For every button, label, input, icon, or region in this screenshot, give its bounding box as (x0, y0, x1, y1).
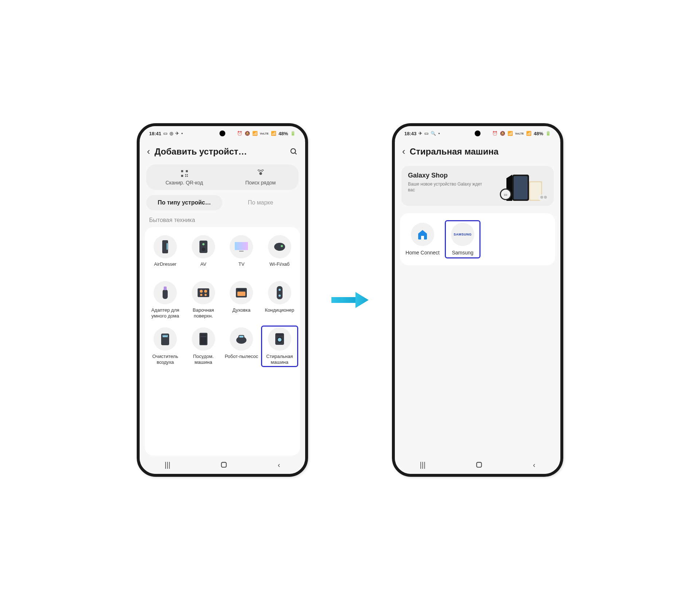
device-washing-machine[interactable]: Стиральная машина (261, 326, 298, 367)
tab-label: По марке (248, 199, 273, 206)
svg-point-61 (544, 196, 547, 199)
phone-left: 18:41 ▭ ◎ ✈ • ⏰ 🔕 📶 VoLTE 📶 48% 🔋 ‹ Доба… (137, 123, 308, 477)
device-wifi-hub[interactable]: Wi-Fi/хаб (261, 234, 298, 274)
svg-rect-39 (201, 334, 206, 336)
svg-rect-17 (239, 251, 244, 252)
svg-line-1 (295, 152, 297, 154)
oven-icon (235, 287, 248, 298)
device-label: Очиститель воздуха (148, 354, 183, 366)
purifier-icon (160, 332, 171, 346)
svg-point-23 (200, 290, 203, 293)
device-airdresser[interactable]: AirDresser (147, 234, 184, 274)
brand-list-card: Home Connect SAMSUNG Samsung (400, 213, 555, 265)
transition-arrow-icon (330, 289, 370, 311)
svg-rect-49 (331, 297, 357, 303)
device-cooktop[interactable]: Варочная поверхн. (185, 280, 222, 321)
quick-actions: Сканир. QR-код Поиск рядом (146, 164, 299, 190)
svg-rect-6 (187, 174, 188, 175)
device-av[interactable]: AV (185, 234, 222, 274)
alarm-icon: ⏰ (237, 131, 242, 136)
phone-right: 18:43 ✈ ▭ 🔍 • ⏰ 🔕 📶 VoLTE 📶 48% 🔋 ‹ Стир… (392, 123, 563, 477)
device-grid-card: AirDresser AV TV Wi-Fi/хаб Адаптер (145, 227, 300, 456)
nav-back-icon[interactable]: ‹ (278, 461, 280, 469)
hub-icon (273, 242, 286, 252)
signal-icon: 📶 (526, 131, 532, 136)
device-smart-adapter[interactable]: Адаптер для умного дома (147, 280, 184, 321)
status-time: 18:43 (404, 131, 416, 136)
samsung-logo-icon: SAMSUNG (454, 233, 472, 236)
svg-rect-21 (164, 287, 167, 290)
svg-rect-62 (477, 462, 482, 467)
back-icon[interactable]: ‹ (147, 146, 150, 157)
scan-qr-button[interactable]: Сканир. QR-код (146, 164, 222, 190)
mute-icon: 🔕 (500, 131, 505, 136)
notif-icon: • (181, 131, 183, 136)
battery-icon: 🔋 (545, 131, 551, 136)
tab-by-brand[interactable]: По марке (222, 195, 299, 210)
svg-rect-7 (185, 176, 186, 177)
device-label: Посудом. машина (186, 354, 221, 366)
banner-products: 10: (495, 173, 550, 204)
device-robot-vacuum[interactable]: Робот-пылесос (223, 326, 260, 367)
svg-point-46 (278, 338, 281, 342)
page-title: Добавить устройст… (155, 147, 285, 157)
device-oven[interactable]: Духовка (223, 280, 260, 321)
search-icon[interactable] (290, 148, 298, 156)
brand-label: Samsung (452, 250, 473, 256)
battery-icon: 🔋 (290, 131, 296, 136)
svg-point-35 (163, 335, 164, 336)
ac-icon (276, 285, 283, 300)
banner-subtitle: Ваше новое устройство Galaxy ждет вас (408, 182, 489, 193)
page-title: Стиральная машина (410, 147, 553, 157)
svg-rect-47 (276, 334, 283, 335)
speaker-icon (199, 240, 208, 254)
notif-icon: • (438, 131, 440, 136)
device-label: TV (238, 261, 245, 273)
galaxy-shop-banner[interactable]: Galaxy Shop Ваше новое устройство Galaxy… (401, 166, 554, 206)
svg-rect-40 (201, 337, 206, 344)
svg-point-37 (166, 335, 167, 336)
section-header: Бытовая техника (140, 214, 305, 227)
notif-icon: ✈ (419, 131, 422, 136)
wifi-icon: 📶 (508, 131, 513, 136)
device-tv[interactable]: TV (223, 234, 260, 274)
svg-point-32 (279, 295, 281, 297)
nav-home-icon[interactable] (475, 461, 483, 468)
tab-by-device-type[interactable]: По типу устройс… (146, 195, 222, 210)
radar-icon (257, 170, 265, 178)
svg-point-18 (274, 243, 285, 251)
svg-rect-11 (167, 243, 168, 250)
svg-point-24 (204, 290, 207, 293)
device-label: Стиральная машина (262, 354, 298, 366)
camera-cutout (475, 130, 481, 136)
scan-qr-label: Сканир. QR-код (166, 180, 203, 186)
svg-rect-22 (198, 288, 209, 297)
svg-point-31 (279, 289, 281, 291)
home-connect-icon (416, 228, 429, 241)
brand-samsung[interactable]: SAMSUNG Samsung (445, 221, 480, 258)
camera-cutout (219, 130, 225, 136)
brand-label: Home Connect (405, 250, 439, 256)
device-dishwasher[interactable]: Посудом. машина (185, 326, 222, 367)
nav-recent-icon[interactable]: ||| (165, 461, 171, 469)
search-nearby-button[interactable]: Поиск рядом (222, 164, 299, 190)
brand-home-connect[interactable]: Home Connect (405, 221, 440, 258)
nav-recent-icon[interactable]: ||| (420, 461, 426, 469)
app-header: ‹ Стиральная машина (395, 141, 560, 161)
device-label: Робот-пылесос (225, 354, 258, 365)
device-air-purifier[interactable]: Очиститель воздуха (147, 326, 184, 367)
device-label: Духовка (233, 307, 250, 319)
notif-icon: 🔍 (431, 131, 436, 136)
device-air-conditioner[interactable]: Кондиционер (261, 280, 298, 321)
notif-icon: ✈ (175, 131, 179, 136)
nav-home-icon[interactable] (220, 461, 228, 468)
nav-back-icon[interactable]: ‹ (533, 461, 536, 469)
qr-icon (180, 170, 188, 178)
search-nearby-label: Поиск рядом (245, 180, 276, 186)
device-label: Wi-Fi/хаб (269, 261, 289, 273)
svg-rect-3 (186, 170, 188, 172)
back-icon[interactable]: ‹ (402, 146, 405, 157)
svg-rect-16 (235, 242, 248, 250)
svg-rect-28 (237, 292, 245, 296)
svg-point-9 (260, 172, 262, 175)
